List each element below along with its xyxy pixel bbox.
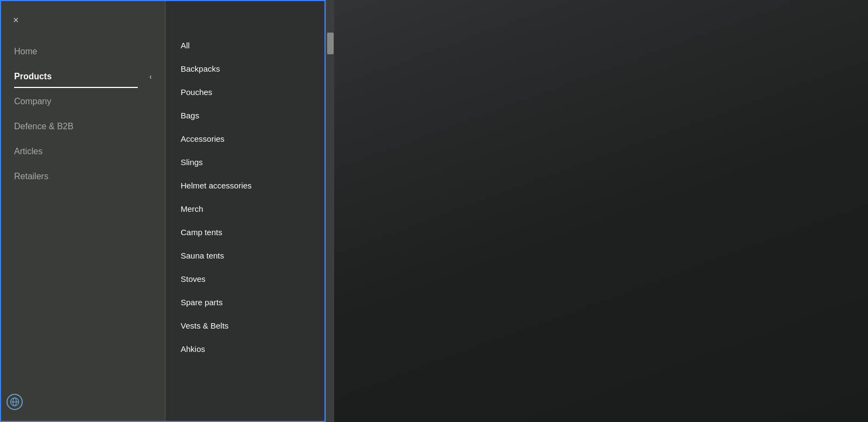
nav-primary: × Home Products ‹ Company Defence & B2B	[1, 1, 165, 421]
nav-item-defence[interactable]: Defence & B2B	[1, 114, 165, 139]
scrollbar-thumb[interactable]	[327, 33, 334, 54]
subnav-item-vests-belts[interactable]: Vests & Belts	[165, 314, 324, 337]
globe-icon[interactable]	[7, 394, 23, 410]
subnav-item-accessories[interactable]: Accessories	[165, 127, 324, 150]
nav-item-retailers[interactable]: Retailers	[1, 164, 165, 189]
subnav-item-stoves[interactable]: Stoves	[165, 267, 324, 291]
nav-item-home-label: Home	[14, 47, 37, 56]
scrollbar-track[interactable]	[326, 0, 334, 422]
nav-secondary-items: All Backpacks Pouches Bags Accessories S…	[165, 34, 324, 361]
nav-item-defence-label: Defence & B2B	[14, 122, 73, 131]
close-button[interactable]: ×	[11, 13, 21, 27]
nav-item-articles[interactable]: Articles	[1, 139, 165, 164]
nav-item-products[interactable]: Products ‹	[1, 64, 165, 89]
subnav-item-helmet-accessories[interactable]: Helmet accessories	[165, 174, 324, 197]
subnav-item-bags[interactable]: Bags	[165, 104, 324, 127]
nav-item-articles-label: Articles	[14, 147, 42, 156]
subnav-item-spare-parts[interactable]: Spare parts	[165, 291, 324, 314]
subnav-item-camp-tents[interactable]: Camp tents	[165, 221, 324, 244]
nav-item-company[interactable]: Company	[1, 89, 165, 114]
nav-item-company-label: Company	[14, 97, 51, 106]
subnav-item-slings[interactable]: Slings	[165, 150, 324, 174]
globe-icon-wrapper[interactable]	[7, 394, 23, 410]
chevron-left-icon: ‹	[149, 72, 152, 81]
subnav-item-pouches[interactable]: Pouches	[165, 80, 324, 104]
nav-primary-items: Home Products ‹ Company Defence & B2B Ar…	[1, 39, 165, 189]
nav-secondary: All Backpacks Pouches Bags Accessories S…	[165, 1, 324, 421]
subnav-item-merch[interactable]: Merch	[165, 197, 324, 221]
subnav-item-ahkios[interactable]: Ahkios	[165, 337, 324, 361]
subnav-item-all[interactable]: All	[165, 34, 324, 57]
subnav-item-backpacks[interactable]: Backpacks	[165, 57, 324, 80]
nav-item-home[interactable]: Home	[1, 39, 165, 64]
page-wrapper: × Home Products ‹ Company Defence & B2B	[0, 0, 868, 422]
nav-item-retailers-label: Retailers	[14, 172, 48, 181]
nav-overlay: × Home Products ‹ Company Defence & B2B	[0, 0, 326, 422]
subnav-item-sauna-tents[interactable]: Sauna tents	[165, 244, 324, 267]
nav-item-products-label: Products	[14, 72, 52, 81]
